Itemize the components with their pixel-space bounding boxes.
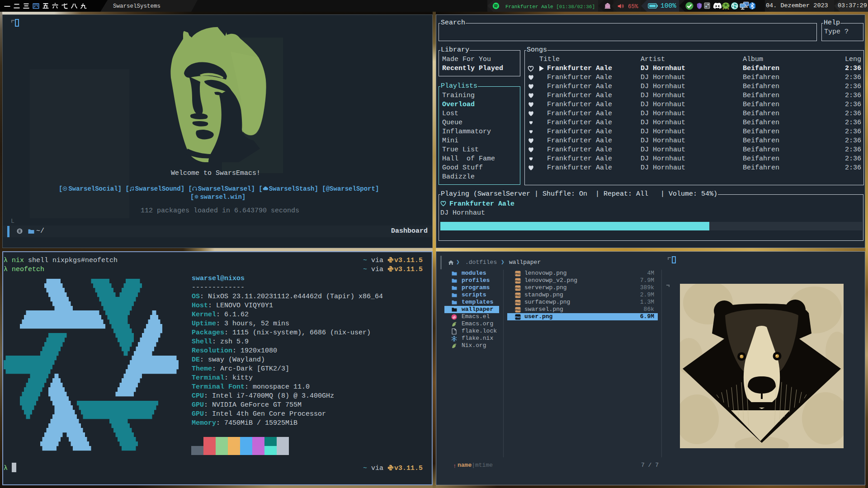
svg-text:PNG: PNG	[515, 287, 521, 290]
svg-text:PNG: PNG	[515, 280, 521, 282]
svg-text:PNG: PNG	[515, 301, 521, 304]
svg-text:PNG: PNG	[515, 272, 521, 275]
svg-text:PNG: PNG	[515, 309, 521, 311]
svg-text:PNG: PNG	[515, 294, 521, 297]
svg-text:PNG: PNG	[515, 316, 521, 319]
